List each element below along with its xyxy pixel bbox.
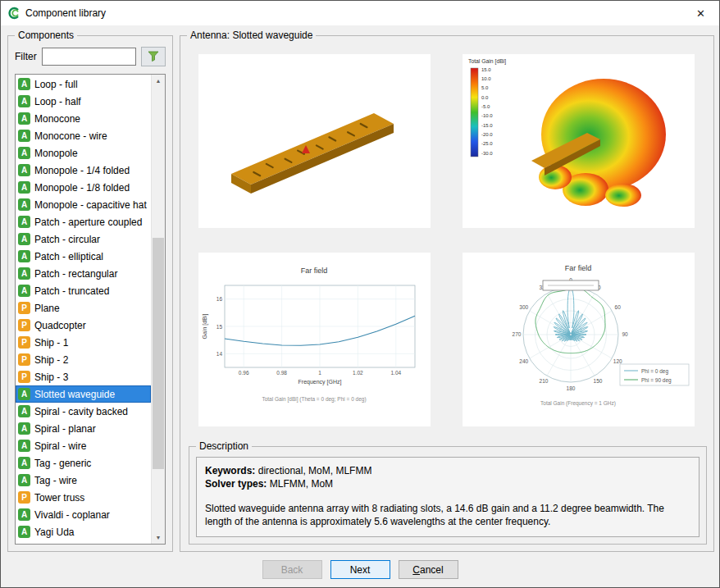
description-title: Description [196,440,252,452]
close-icon[interactable]: ✕ [682,2,719,25]
antenna-type-icon: A [18,181,30,194]
antenna-type-icon: A [18,474,30,486]
description-body: Slotted waveguide antenna array with 8 r… [205,502,690,528]
antenna-type-icon: A [18,422,30,435]
component-name: Monopole - 1/8 folded [34,182,130,194]
component-name: Yagi Uda [34,526,74,538]
keywords-value: directional, MoM, MLFMM [258,465,372,476]
antenna-type-icon: A [18,95,30,107]
cancel-button[interactable]: Cancel [399,560,458,579]
filter-row: Filter [15,46,166,67]
platform-type-icon: P [18,491,30,504]
component-list-item[interactable]: APatch - rectangular [16,265,151,282]
component-name: Patch - aperture coupled [34,217,142,228]
component-name: Monocone [34,113,80,125]
antenna-type-icon: A [18,508,30,521]
filter-button[interactable] [141,47,166,66]
back-button: Back [262,560,322,579]
component-name: Patch - rectangular [34,268,117,280]
svg-text:90: 90 [622,331,628,337]
component-list-item[interactable]: ASpiral - wire [16,437,151,454]
antenna-type-icon: A [18,388,30,400]
svg-text:14: 14 [216,351,223,357]
preview-panel: Antenna: Slotted waveguide [180,35,714,552]
component-list-item[interactable]: ALoop - half [16,93,151,110]
antenna-type-icon: A [18,233,30,245]
component-list-item[interactable]: AMonopole - 1/8 folded [16,179,151,196]
component-name: Monopole - capacitive hat [34,199,147,211]
antenna-type-icon: A [18,216,30,228]
next-button[interactable]: Next [330,560,390,579]
component-name: Loop - full [34,79,78,90]
component-list-item[interactable]: ASpiral - planar [16,420,151,437]
component-list-item[interactable]: PQuadcopter [16,317,151,334]
svg-text:240: 240 [519,358,528,364]
component-list-item[interactable]: AYagi Uda [16,523,151,540]
component-list-item[interactable]: ALoop - full [16,75,151,93]
component-list-item[interactable]: AMonopole - 1/4 folded [16,162,151,179]
scroll-up-icon[interactable]: ▲ [152,75,165,87]
polar-pattern-chart: Far field0306090120150180210240270300330… [463,253,695,426]
component-list-item[interactable]: ATag - generic [16,454,151,472]
component-list-item[interactable]: PPlane [16,299,151,317]
scrollbar-track[interactable] [152,87,165,531]
svg-text:150: 150 [594,378,603,384]
component-list-item[interactable]: ASpiral - cavity backed [16,403,151,420]
component-name: Monopole - 1/4 folded [34,165,130,176]
svg-text:5.0: 5.0 [481,85,489,90]
svg-text:120: 120 [613,358,622,364]
scrollbar-thumb[interactable] [153,238,164,469]
svg-text:-25.0: -25.0 [481,141,493,146]
component-list: ALoop - fullALoop - halfAMonoconeAMonoco… [16,75,151,544]
component-name: Spiral - planar [34,423,96,435]
component-name: Slotted waveguide [34,389,115,400]
component-list-item[interactable]: APatch - elliptical [16,248,151,265]
antenna-type-icon: A [18,147,30,159]
component-list-item[interactable]: AMonopole - capacitive hat [16,196,151,213]
component-list-item[interactable]: AMonopole [16,144,151,162]
antenna-type-icon: A [18,164,30,176]
components-panel-title: Components [15,30,77,41]
filter-input[interactable] [42,48,136,66]
component-list-item[interactable]: APatch - circular [16,230,151,248]
component-list-item[interactable]: APatch - aperture coupled [16,213,151,230]
component-list-item[interactable]: ASlotted waveguide [16,385,151,403]
component-list-item[interactable]: AMonocone - wire [16,127,151,144]
svg-text:1: 1 [318,370,321,376]
platform-type-icon: P [18,353,30,366]
dialog-body: Components Filter ALoop - fullALoop - ha… [1,25,719,587]
component-list-item[interactable]: PShip - 1 [16,334,151,351]
component-name: Monopole [34,148,78,159]
component-list-item[interactable]: PShip - 2 [16,351,151,368]
svg-text:10.0: 10.0 [481,76,491,81]
svg-text:Phi = 90 deg: Phi = 90 deg [641,377,672,384]
scrollbar[interactable]: ▲ ▼ [151,75,165,544]
svg-text:0.96: 0.96 [239,370,249,376]
component-list-item[interactable]: ATag - wire [16,472,151,489]
component-name: Tower truss [34,492,84,504]
funnel-icon [148,51,159,62]
component-list-item[interactable]: PTower truss [16,489,151,506]
component-list-item[interactable]: APatch - truncated [16,282,151,299]
component-library-dialog: Component library ✕ Components Filter AL… [0,0,720,588]
keywords-label: Keywords: [205,465,255,476]
solver-types-value: MLFMM, MoM [270,478,333,490]
antenna-type-icon: A [18,405,30,417]
antenna-type-icon: A [18,198,30,211]
svg-text:15: 15 [216,324,223,330]
filter-label: Filter [15,51,37,62]
component-name: Patch - truncated [34,285,109,297]
component-name: Ship - 1 [34,337,68,349]
component-list-item[interactable]: PShip - 3 [16,368,151,385]
component-name: Tag - generic [34,458,91,469]
svg-text:-30.0: -30.0 [481,151,493,156]
component-list-item[interactable]: AMonocone [16,110,151,127]
component-name: Spiral - wire [34,440,86,452]
preview-panel-title: Antenna: Slotted waveguide [187,30,316,41]
antenna-type-icon: A [18,250,30,262]
model-3d-preview-image [198,54,431,228]
svg-text:16: 16 [216,296,223,302]
component-name: Quadcopter [34,320,86,331]
scroll-down-icon[interactable]: ▼ [152,531,165,544]
component-list-item[interactable]: AVivaldi - coplanar [16,506,151,523]
